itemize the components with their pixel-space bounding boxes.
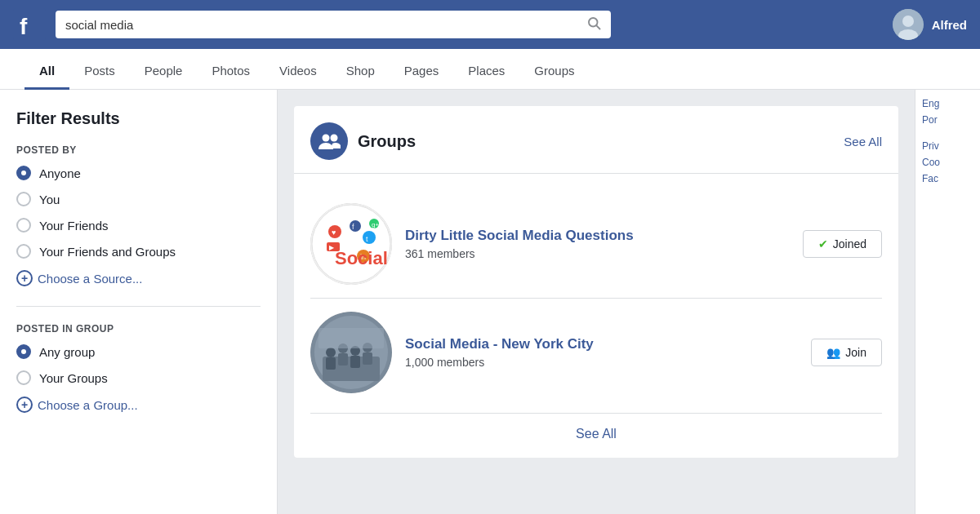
group-1-members: 361 members xyxy=(405,247,790,260)
right-panel-priv[interactable]: Priv xyxy=(922,140,973,152)
content-area: Groups See All ♥ f xyxy=(278,90,915,514)
choose-group-label: Choose a Group... xyxy=(38,398,138,412)
checkmark-icon: ✔ xyxy=(818,237,828,250)
group-2-members: 1,000 members xyxy=(405,356,798,369)
radio-your-groups-btn[interactable] xyxy=(16,370,31,385)
group-2-info: Social Media - New York City 1,000 membe… xyxy=(405,336,798,369)
radio-your-groups-label: Your Groups xyxy=(39,371,108,385)
svg-line-3 xyxy=(596,25,599,29)
facebook-logo[interactable]: f xyxy=(13,8,46,41)
radio-your-friends-btn[interactable] xyxy=(16,218,31,233)
bottom-see-all-link[interactable]: See All xyxy=(576,427,617,441)
group-2-name[interactable]: Social Media - New York City xyxy=(405,336,798,352)
search-bar xyxy=(56,11,611,38)
joined-button[interactable]: ✔ Joined xyxy=(803,230,882,258)
svg-rect-35 xyxy=(318,328,384,348)
groups-icon xyxy=(310,122,348,160)
group-1-name[interactable]: Dirty Little Social Media Questions xyxy=(405,228,790,244)
tab-videos[interactable]: Videos xyxy=(265,52,332,90)
tab-posts[interactable]: Posts xyxy=(69,52,130,90)
choose-source-label: Choose a Source... xyxy=(38,272,142,286)
card-title-area: Groups xyxy=(310,122,416,160)
tab-photos[interactable]: Photos xyxy=(197,52,265,90)
radio-your-friends-groups[interactable]: Your Friends and Groups xyxy=(16,244,261,259)
see-all-top[interactable]: See All xyxy=(844,135,882,148)
choose-group[interactable]: + Choose a Group... xyxy=(16,397,261,413)
svg-rect-31 xyxy=(326,357,336,370)
svg-point-5 xyxy=(902,16,914,27)
tab-people[interactable]: People xyxy=(130,52,198,90)
radio-anyone-btn[interactable] xyxy=(16,166,31,180)
svg-point-27 xyxy=(326,348,336,357)
svg-rect-32 xyxy=(338,353,348,366)
joined-label: Joined xyxy=(833,237,866,250)
radio-your-friends-groups-label: Your Friends and Groups xyxy=(39,245,176,259)
user-name: Alfred xyxy=(932,18,967,32)
bottom-see-all-area: See All xyxy=(310,413,882,441)
card-separator xyxy=(294,173,898,174)
nav-tabs: All Posts People Photos Videos Shop Page… xyxy=(0,49,980,90)
join-button[interactable]: 👥 Join xyxy=(811,339,882,366)
svg-point-10 xyxy=(312,205,390,283)
header: f Alfred xyxy=(0,0,980,49)
choose-group-plus-icon: + xyxy=(16,397,33,413)
radio-anyone[interactable]: Anyone xyxy=(16,166,261,180)
tab-all[interactable]: All xyxy=(24,52,69,90)
svg-text:Social: Social xyxy=(335,248,388,268)
avatar[interactable] xyxy=(893,9,924,40)
group-1-thumbnail: ♥ f t ▶ in Social g+ xyxy=(310,203,392,285)
right-panel-fac[interactable]: Fac xyxy=(922,173,973,184)
groups-card-title: Groups xyxy=(358,132,416,151)
svg-rect-34 xyxy=(363,352,372,365)
radio-anyone-label: Anyone xyxy=(39,166,81,180)
choose-source[interactable]: + Choose a Source... xyxy=(16,270,261,286)
radio-your-groups[interactable]: Your Groups xyxy=(16,370,261,385)
posted-by-label: POSTED BY xyxy=(16,144,261,156)
right-panel-coo[interactable]: Coo xyxy=(922,157,973,168)
tab-places[interactable]: Places xyxy=(453,52,519,90)
radio-your-friends-label: Your Friends xyxy=(39,219,109,233)
group-1-info: Dirty Little Social Media Questions 361 … xyxy=(405,228,790,260)
radio-any-group-label: Any group xyxy=(39,345,95,359)
tab-groups[interactable]: Groups xyxy=(519,52,589,90)
svg-text:f: f xyxy=(20,14,28,39)
sidebar: Filter Results POSTED BY Anyone You Your… xyxy=(0,90,278,514)
svg-point-7 xyxy=(323,135,330,142)
svg-text:▶: ▶ xyxy=(329,244,335,251)
svg-rect-0 xyxy=(13,8,46,41)
radio-your-friends[interactable]: Your Friends xyxy=(16,218,261,233)
join-people-icon: 👥 xyxy=(826,346,840,359)
tab-pages[interactable]: Pages xyxy=(390,52,454,90)
radio-any-group[interactable]: Any group xyxy=(16,344,261,359)
main-layout: Filter Results POSTED BY Anyone You Your… xyxy=(0,90,980,514)
posted-in-group-label: POSTED IN GROUP xyxy=(16,323,261,335)
group-item-1: ♥ f t ▶ in Social g+ Dir xyxy=(310,190,882,298)
tab-shop[interactable]: Shop xyxy=(332,52,390,90)
radio-you[interactable]: You xyxy=(16,192,261,206)
right-panel-eng[interactable]: Eng xyxy=(922,98,973,109)
card-header: Groups See All xyxy=(310,122,882,160)
svg-point-8 xyxy=(331,135,338,142)
svg-text:g+: g+ xyxy=(372,221,379,228)
radio-you-label: You xyxy=(39,193,60,206)
right-panel-por[interactable]: Por xyxy=(922,114,973,126)
join-label: Join xyxy=(845,346,866,359)
right-panel: Eng Por Priv Coo Fac xyxy=(915,90,980,514)
radio-you-btn[interactable] xyxy=(16,192,31,206)
svg-point-15 xyxy=(363,231,376,244)
radio-any-group-btn[interactable] xyxy=(16,344,31,359)
group-item-2: Social Media - New York City 1,000 membe… xyxy=(310,298,882,406)
filter-title: Filter Results xyxy=(16,109,261,128)
divider xyxy=(16,306,261,307)
search-icon[interactable] xyxy=(586,16,601,33)
group-2-thumbnail xyxy=(310,312,392,393)
search-input[interactable] xyxy=(65,18,580,32)
plus-icon: + xyxy=(16,270,33,286)
svg-text:♥: ♥ xyxy=(332,228,336,237)
groups-results-card: Groups See All ♥ f xyxy=(294,106,898,458)
user-area: Alfred xyxy=(893,9,967,40)
svg-rect-33 xyxy=(350,356,360,368)
radio-your-friends-groups-btn[interactable] xyxy=(16,244,31,259)
